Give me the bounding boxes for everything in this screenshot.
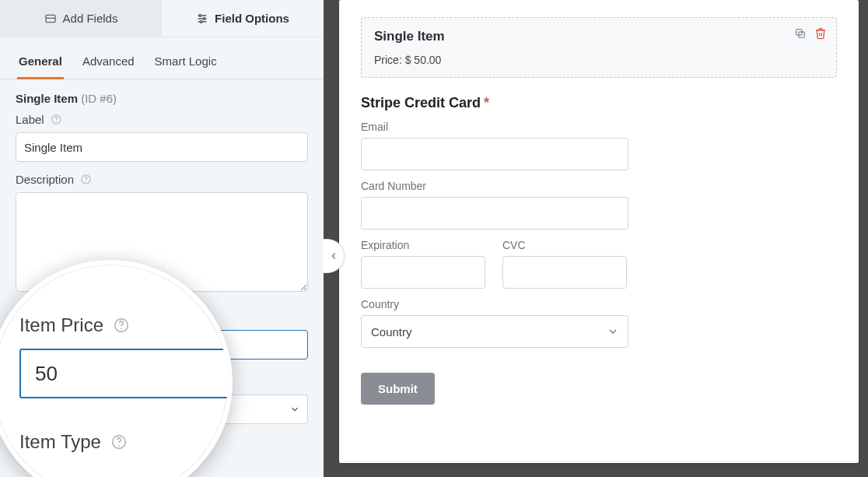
preview-item-title: Single Item <box>374 29 824 44</box>
form-preview-panel: Single Item Price: $ 50.00 Stripe Credit… <box>324 0 868 477</box>
subtab-advanced[interactable]: Advanced <box>81 47 136 79</box>
country-label: Country <box>361 298 837 310</box>
expiration-label: Expiration <box>361 239 485 251</box>
item-price-input[interactable] <box>19 349 233 398</box>
email-field[interactable] <box>361 138 628 170</box>
label-input[interactable] <box>16 132 308 162</box>
trash-icon[interactable] <box>814 27 827 40</box>
duplicate-icon[interactable] <box>794 27 807 40</box>
svg-point-11 <box>86 181 86 182</box>
required-asterisk: * <box>484 95 489 110</box>
description-label: Description <box>16 173 74 186</box>
help-icon[interactable] <box>80 174 92 185</box>
preview-single-item-field[interactable]: Single Item Price: $ 50.00 <box>361 17 837 78</box>
tab-label: Field Options <box>215 12 289 25</box>
field-header: Single Item (ID #6) <box>0 79 324 105</box>
email-label: Email <box>361 121 837 133</box>
field-id-label: (ID #6) <box>81 92 117 105</box>
field-type-name: Single Item <box>16 92 78 105</box>
help-icon[interactable] <box>51 114 62 125</box>
section-title-text: Stripe Credit Card <box>361 95 481 110</box>
sliders-icon <box>196 12 208 25</box>
stripe-section-title: Stripe Credit Card* <box>361 95 837 111</box>
svg-point-7 <box>200 20 202 23</box>
item-type-label: Item Type <box>19 431 101 453</box>
svg-point-9 <box>56 121 57 122</box>
help-icon[interactable] <box>113 317 130 334</box>
cvc-label: CVC <box>502 239 627 251</box>
country-select[interactable]: Country <box>361 315 628 348</box>
svg-point-19 <box>121 328 122 330</box>
svg-point-5 <box>199 14 201 16</box>
card-number-label: Card Number <box>361 180 837 192</box>
field-options-subtabs: General Advanced Smart Logic <box>0 47 324 79</box>
expiration-field[interactable] <box>361 256 485 289</box>
card-number-field[interactable] <box>361 197 628 230</box>
fields-icon <box>44 12 57 25</box>
tab-add-fields[interactable]: Add Fields <box>0 0 162 37</box>
svg-point-21 <box>118 445 120 447</box>
subtab-smart-logic[interactable]: Smart Logic <box>153 47 219 79</box>
tab-field-options[interactable]: Field Options <box>162 0 324 37</box>
preview-item-price: Price: $ 50.00 <box>374 54 824 66</box>
group-label: Label <box>0 105 324 165</box>
submit-button[interactable]: Submit <box>361 373 435 405</box>
item-price-label: Item Price <box>19 314 103 336</box>
builder-top-tabs: Add Fields Field Options <box>0 0 324 37</box>
subtab-general[interactable]: General <box>17 47 64 79</box>
help-icon[interactable] <box>110 433 128 451</box>
label-label: Label <box>16 113 44 126</box>
cvc-field[interactable] <box>502 256 627 289</box>
svg-point-6 <box>203 17 205 19</box>
form-preview: Single Item Price: $ 50.00 Stripe Credit… <box>339 0 859 463</box>
tab-label: Add Fields <box>63 12 118 25</box>
